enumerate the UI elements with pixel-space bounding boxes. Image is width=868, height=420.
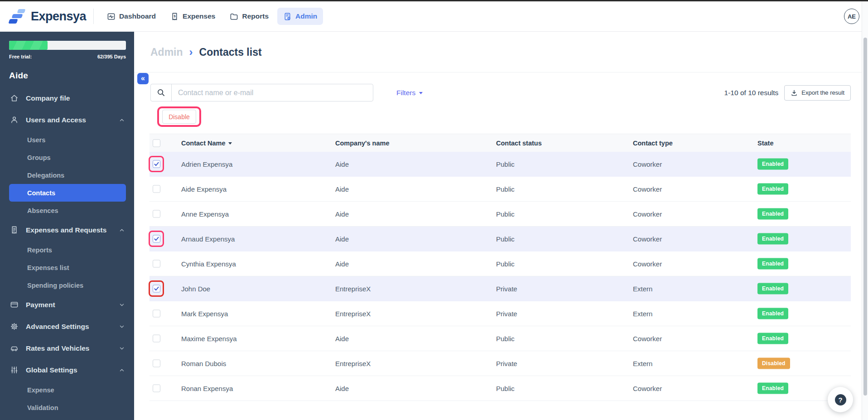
sidebar-item-label: Groups [27,154,51,161]
sidebar-item-users-and-access[interactable]: Users and Access [0,109,134,131]
table-row[interactable]: John DoeEntrepriseXPrivateExternEnabled [149,276,851,301]
row-checkbox[interactable] [153,285,160,293]
sidebar-item-absences[interactable]: Absences [0,202,134,219]
row-checkbox[interactable] [153,210,160,218]
page-scrollbar [862,1,868,420]
sidebar-item-label: Contacts [27,189,55,197]
sidebar-item-company-file[interactable]: Company file [0,87,134,109]
column-header-state: State [757,140,773,147]
sidebar-item-contacts[interactable]: Contacts [9,184,126,202]
scrollbar-thumb[interactable] [863,38,867,396]
table-body: Adrien ExpensyaAidePublicCoworkerEnabled… [149,152,851,401]
nav-item-expenses[interactable]: $Expenses [164,8,221,25]
table-row[interactable]: Ronan ExpensyaAidePublicCoworkerEnabled [149,376,851,401]
cell-contact-status: Public [496,185,515,193]
table-row[interactable]: Adrien ExpensyaAidePublicCoworkerEnabled [149,152,851,177]
cell-contact-type: Extern [633,360,652,367]
nav-item-dashboard[interactable]: Dashboard [101,8,162,25]
chevron-up-icon [119,227,125,233]
cell-contact-status: Public [496,335,515,343]
cell-contact-type: Coworker [633,235,662,243]
car-icon [10,344,19,353]
nav-item-admin[interactable]: Admin [277,8,323,25]
table-row[interactable]: Aide ExpensyaAidePublicCoworkerEnabled [149,177,851,202]
filters-dropdown[interactable]: Filters [396,84,423,101]
state-badge: Disabled [757,358,790,369]
chevron-down-icon [119,345,125,352]
sidebar-item-label: Spending policies [27,282,83,289]
cell-company-name: EntrepriseX [335,310,371,318]
sidebar-item-expenses-list[interactable]: Expenses list [0,259,134,276]
state-badge: Enabled [757,308,788,319]
expensya-logo[interactable]: Expensya [0,9,86,24]
sidebar-item-label: Reports [27,246,52,254]
nav-item-reports[interactable]: Reports [224,8,275,25]
sidebar-item-advanced-settings[interactable]: Advanced Settings [0,316,134,338]
sidebar-item-spending-policies[interactable]: Spending policies [0,276,134,294]
sidebar-item-label: Expense [27,386,54,394]
cell-company-name: Aide [335,260,349,268]
cell-contact-name: Maxime Expensya [181,335,237,343]
column-header-contact-name[interactable]: Contact Name [181,140,232,147]
dashboard-icon [107,12,116,21]
cell-contact-type: Coworker [633,335,662,343]
sidebar-item-expense[interactable]: Expense [0,381,134,399]
row-checkbox[interactable] [153,335,160,343]
help-button[interactable]: ? [828,387,853,412]
cell-contact-name: Cynthia Expensya [181,260,236,268]
export-button[interactable]: Export the result [784,85,851,101]
sidebar-item-label: Rates and Vehicles [26,344,112,352]
sidebar-item-expenses-and-requests[interactable]: Expenses and Requests [0,219,134,241]
cell-company-name: EntrepriseX [335,285,371,293]
table-row[interactable]: Roman DuboisEntrepriseXPrivateExternDisa… [149,351,851,376]
sidebar-item-delegations[interactable]: Delegations [0,166,134,184]
state-badge: Enabled [757,208,788,220]
sidebar-item-payment[interactable]: Payment [0,294,134,316]
trial-value: 62/395 Days [97,54,126,59]
row-checkbox[interactable] [153,260,160,268]
trial-progress: Free trial: 62/395 Days [0,32,134,59]
question-icon: ? [835,394,846,406]
breadcrumb-parent[interactable]: Admin [150,46,183,58]
table-row[interactable]: Arnaud ExpensyaAidePublicCoworkerEnabled [149,227,851,251]
sidebar-item-global-settings[interactable]: Global Settings [0,359,134,381]
row-checkbox[interactable] [153,310,160,318]
sidebar-item-groups[interactable]: Groups [0,149,134,166]
table-header: Contact NameCompany's nameContact status… [149,134,851,152]
sidebar-item-rates-and-vehicles[interactable]: Rates and Vehicles [0,338,134,359]
nav-item-label: Reports [242,12,269,20]
cell-contact-type: Coworker [633,210,662,218]
disable-button[interactable]: Disable [162,110,196,124]
chevron-down-icon [419,92,423,94]
sidebar-item-users[interactable]: Users [0,131,134,149]
row-checkbox[interactable] [153,185,160,193]
table-row[interactable]: Maxime ExpensyaAidePublicCoworkerEnabled [149,326,851,351]
table-row[interactable]: Anne ExpensyaAidePublicCoworkerEnabled [149,202,851,227]
user-avatar[interactable]: AE [844,9,859,24]
table-row[interactable]: Cynthia ExpensyaAidePublicCoworkerEnable… [149,251,851,276]
cell-company-name: Aide [335,235,349,243]
sidebar-item-validation[interactable]: Validation [0,399,134,416]
cell-company-name: Aide [335,210,349,218]
row-checkbox[interactable] [153,360,160,367]
cell-company-name: Aide [335,160,349,168]
select-all-checkbox[interactable] [153,139,160,147]
nav-item-label: Dashboard [119,12,156,20]
navbar-items: Dashboard$ExpensesReportsAdmin [101,8,326,25]
sidebar-collapse-button[interactable]: « [137,73,149,84]
sidebar-item-reports[interactable]: Reports [0,241,134,259]
sidebar: Free trial: 62/395 Days Aide Company fil… [0,32,134,420]
cell-contact-name: Ronan Expensya [181,385,233,392]
cell-contact-type: Coworker [633,260,662,268]
cell-contact-name: Arnaud Expensya [181,235,235,243]
cell-contact-type: Coworker [633,160,662,168]
column-header-contact-type: Contact type [633,140,673,147]
row-checkbox[interactable] [153,160,160,168]
company-name: Aide [0,59,134,81]
row-checkbox[interactable] [153,385,160,392]
table-row[interactable]: Mark ExpensyaEntrepriseXPrivateExternEna… [149,301,851,326]
gear-icon [10,322,19,331]
search-input[interactable] [172,89,373,97]
row-checkbox[interactable] [153,235,160,243]
state-badge: Enabled [757,183,788,195]
